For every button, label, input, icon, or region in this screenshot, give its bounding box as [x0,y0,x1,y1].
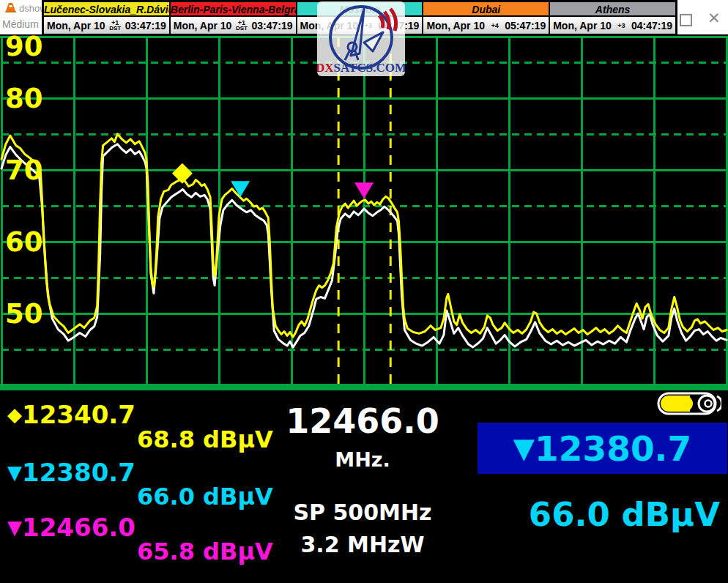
center-frequency-unit: MHz. [271,448,454,471]
active-marker-frequency: 12380.7 [535,428,691,469]
plot-bottom-border [0,384,728,390]
clock-date: Mon, Apr 10 [553,20,612,31]
yaxis-label-90: 90 [5,34,43,62]
clock-tz: +3 [617,23,625,29]
marker1-frequency: ◆12340.7 [7,400,135,429]
svg-text:DXSATCS.COM: DXSATCS.COM [317,61,405,75]
clock-time: Mon, Apr 10 +4 05:47:19 [423,17,549,34]
center-frequency: 12466.0 [271,401,454,441]
clock-panel-lucenec: Lučenec-Slovakia_R.Dávid Mon, Apr 10 +1D… [42,1,171,34]
span-readout: SP 500MHz [271,500,454,525]
marker1-level: 68.8 dBµV [137,426,273,453]
marker3-level: 65.8 dBµV [137,538,273,565]
clock-date: Mon, Apr 10 [426,20,485,31]
clock-panel-dubai: Dubai Mon, Apr 10 +4 05:47:19 [423,1,550,34]
clock-panel-berlin: Berlin-Paris-Vienna-Belgrade Mon, Apr 10… [171,1,297,34]
yaxis-label-60: 60 [5,226,43,258]
clock-city: Dubai [423,1,549,17]
active-marker-box: ▼12380.7 [478,423,727,474]
marker2-triangle-icon: ▼ [7,461,22,483]
marker2-frequency: ▼12380.7 [7,458,135,487]
marker3-triangle-icon: ▼ [7,516,22,538]
clock-panel-athens: Athens Mon, Apr 10 +3 04:47:19 [550,1,677,34]
clock-city: Berlin-Paris-Vienna-Belgrade [171,1,296,17]
bandwidth-readout: 3.2 MHzW [271,532,454,557]
clock-city: Athens [550,1,675,17]
clock-tz: +1DST [109,20,121,31]
battery-icon [657,392,721,415]
clock-tz: +1DST [236,20,248,31]
clock-clock: 05:47:19 [505,20,546,31]
active-marker-triangle-icon: ▼ [513,432,535,464]
active-marker-level: 66.0 dBµV [478,495,720,534]
marker1-diamond-icon: ◆ [7,404,22,426]
clock-clock: 03:47:19 [125,20,166,31]
marker-1-diamond-icon [172,163,193,184]
clock-city: Lučenec-Slovakia_R.Dávid [44,1,169,17]
vlc-cone-icon [4,2,17,13]
yaxis-label-50: 50 [5,298,43,330]
dxsatcs-logo: DXSATCS.COM [317,1,405,76]
menu-media[interactable]: Médium [2,18,39,30]
clock-date: Mon, Apr 10 [174,20,232,31]
maximize-button[interactable] [680,14,692,26]
marker2-level: 66.0 dBµV [137,483,273,510]
clock-time: Mon, Apr 10 +1DST 03:47:19 [44,17,169,34]
close-button[interactable]: ✕ [707,10,721,26]
marker3-frequency: ▼12466.0 [7,513,135,542]
yaxis-label-70: 70 [5,155,43,186]
marker-3-triangle-icon [354,182,374,198]
clock-time: Mon, Apr 10 +3 04:47:19 [550,17,675,34]
readout-panel: ◆12340.7 68.8 dBµV ▼12380.7 66.0 dBµV ▼1… [0,390,728,583]
clock-clock: 03:47:19 [252,20,293,31]
logo-rest: SATCS.COM [334,61,405,75]
clock-clock: 04:47:19 [631,20,672,31]
clock-time: Mon, Apr 10 +1DST 03:47:19 [171,17,296,34]
yaxis-label-80: 80 [5,83,43,114]
clock-date: Mon, Apr 10 [47,20,105,31]
spectrum-plot: 9080706050 [0,34,728,390]
meter-screen: dshow Médium ✕ Lučenec-Slovakia_R.Dávid … [0,0,728,583]
clock-tz: +4 [491,23,498,29]
logo-dx: DX [317,61,334,75]
